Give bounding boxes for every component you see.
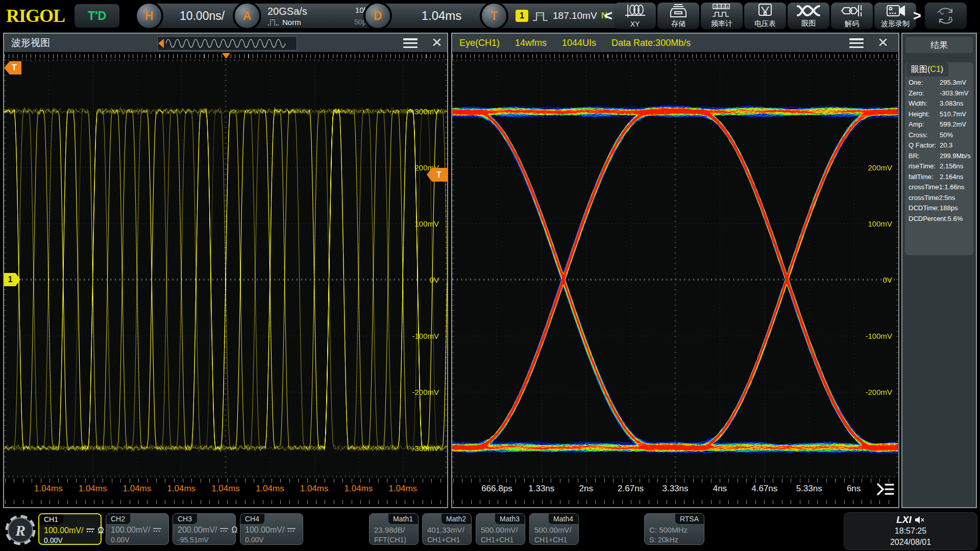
results-tab-eye-c1[interactable]: 眼图(C1) [906, 62, 948, 77]
result-value: 50% [940, 130, 953, 141]
toolbar-button-xy[interactable]: XY [614, 3, 656, 29]
eye-diagram-canvas[interactable] [452, 59, 898, 478]
toolbar-button-label: 解码 [845, 19, 859, 29]
delay-knob[interactable]: D [365, 4, 390, 28]
channel-scale: 200.00mV/ Ω [178, 525, 237, 535]
result-row: crossTime2:5ns [905, 193, 973, 204]
math-box-math2[interactable]: Math2 401.33mV/ CH1+CH1 [422, 513, 472, 545]
trigger-status-button[interactable]: T'D [75, 4, 119, 28]
channel-box-ch4[interactable]: CH4 100.00mV/ 0.00V [240, 513, 303, 545]
voltage-axis-label: 0V [883, 276, 892, 284]
svg-text:1: 1 [714, 5, 717, 9]
result-label: One: [909, 78, 940, 88]
dc-coupling-icon [287, 525, 296, 535]
lxi-logo: LXI [896, 514, 912, 525]
storage-icon [668, 3, 689, 18]
time-axis-label: 4.67ns [751, 484, 777, 494]
autoset-button[interactable] [925, 3, 967, 29]
result-value: 2.164ns [940, 172, 963, 183]
voltage-axis-label: 100mV [868, 219, 892, 228]
system-menu-gear-icon[interactable]: R [3, 512, 38, 548]
math-box-math4[interactable]: Math4 500.00mV/ CH1+CH1 [529, 513, 579, 545]
waveform-grid: T T 1 300mV200mV100mV0V-100mV-200mV-300m… [4, 59, 447, 478]
rtsa-box[interactable]: RTSA C: 500MHz S: 20kHz [644, 513, 704, 545]
math-expression: FFT(CH1) [374, 536, 406, 544]
trigger-position-marker[interactable] [222, 53, 230, 59]
result-row: riseTime:2.156ns [905, 161, 973, 172]
channel-box-ch1[interactable]: CH1 100.00mV/ Ω 0.00V [38, 513, 102, 545]
math-expression: CH1+CH1 [481, 536, 513, 544]
eye-expand-menu-icon[interactable] [875, 482, 895, 499]
waveform-position-preview[interactable] [157, 36, 297, 51]
dc-coupling-icon [219, 525, 229, 535]
horizontal-position-ruler[interactable] [4, 52, 447, 59]
dc-coupling-icon [86, 526, 95, 535]
eye-close-icon[interactable]: × [878, 32, 888, 52]
results-body: 眼图(C1) One:295.3mVZero:-303.9mVWidth:3.0… [905, 62, 973, 255]
math-scale: 401.33mV/ [427, 525, 464, 534]
channel-tab: CH4 [240, 514, 264, 524]
result-label: BR: [909, 151, 940, 162]
toolbar-button-voltmeter[interactable]: 电压表 [744, 3, 786, 29]
top-bar: RIGOL T'D H 10.00ns/ A 20GSa/s 10kpts No… [0, 0, 980, 32]
acquisition-mode: Norm [267, 18, 327, 27]
rtsa-center-freq: C: 500MHz [649, 525, 688, 534]
acquisition-knob[interactable]: A [235, 4, 259, 28]
toolbar-scroll-right[interactable]: > [913, 8, 921, 24]
toolbar-button-eye-diagram[interactable]: 眼图 [788, 3, 829, 29]
math-box-math3[interactable]: Math3 500.00mV/ CH1+CH1 [476, 513, 525, 545]
result-label: DCDPercent: [909, 214, 948, 224]
time-axis-label: 1.04ms [167, 484, 195, 494]
result-row: Amp:599.2mV [905, 119, 973, 130]
eye-diagram-panel: Eye(CH1) 14wfms 1044UIs Data Rate:300Mb/… [451, 33, 899, 508]
channel-box-ch3[interactable]: CH3 200.00mV/ Ω -95.51mV [173, 513, 236, 545]
norm-pulse-icon [267, 18, 280, 26]
time-axis-label: 4ns [713, 484, 727, 494]
xy-icon [624, 4, 646, 19]
result-value: 599.2mV [940, 119, 966, 130]
toolbar-scroll-left[interactable]: < [604, 8, 612, 24]
eye-time-axis: 666.8ps1.33ns2ns2.67ns3.33ns4ns4.67ns5.3… [452, 478, 898, 507]
status-date: 2024/08/01 [890, 537, 931, 548]
time-axis-label: 666.8ps [481, 484, 512, 494]
math-tab: Math1 [388, 514, 418, 524]
eye-menu-icon[interactable] [849, 38, 864, 48]
toolbar-button-freq-counter[interactable]: 1234频率计 [701, 3, 743, 29]
horizontal-scale-button[interactable]: 10.00ns/ [149, 4, 244, 28]
trigger-level-value: 187.10mV [553, 10, 597, 21]
result-row: Width:3.083ns [905, 98, 973, 109]
toolbar-button-decode[interactable]: 解码 [831, 3, 873, 29]
channel-tab: CH3 [173, 514, 197, 524]
trigger-knob[interactable]: T [482, 4, 506, 28]
result-value: 188ps [940, 203, 958, 214]
toolbar-button-waveform-record[interactable]: 波形录制 [874, 3, 916, 29]
waveform-time-axis: 1.04ms1.04ms1.04ms1.04ms1.04ms1.04ms1.04… [4, 478, 447, 507]
waveform-grid-canvas[interactable] [4, 59, 447, 478]
eye-diagram-icon [796, 4, 821, 18]
speaker-muted-icon [915, 516, 925, 524]
waveform-menu-icon[interactable] [403, 38, 418, 48]
delay-button[interactable]: 1.04ms [378, 4, 492, 28]
time-axis-label: 1.04ms [211, 484, 240, 494]
channel-scale: 100.00mV/ Ω [44, 526, 104, 535]
result-label: DCDTime: [909, 203, 940, 214]
toolbar-button-label: 频率计 [711, 19, 732, 29]
channel-box-ch2[interactable]: CH2 100.00mV/ 0.00V [106, 513, 169, 545]
trigger-source-badge: 1 [516, 10, 528, 22]
toolbar-button-storage[interactable]: 存储 [657, 3, 699, 29]
time-axis-label: 1.04ms [256, 484, 284, 494]
impedance-label: Ω [231, 525, 237, 535]
decode-icon [840, 3, 864, 18]
math-box-math1[interactable]: Math1 23.98dB/ FFT(CH1) [369, 513, 419, 545]
eye-data-rate: Data Rate:300Mb/s [611, 38, 691, 48]
channel-tab: CH1 [39, 514, 63, 524]
waveform-close-icon[interactable]: × [432, 32, 442, 52]
svg-text:R: R [15, 522, 26, 539]
voltage-axis-label: -200mV [865, 388, 892, 396]
voltage-axis-label: 300mV [414, 107, 439, 116]
trigger-slope-icon [532, 9, 549, 22]
voltmeter-icon [755, 3, 775, 18]
math-scale: 500.00mV/ [534, 525, 572, 534]
horizontal-knob[interactable]: H [137, 4, 161, 28]
acquisition-button[interactable]: 20GSa/s 10kpts Norm 50ps/pt [247, 4, 383, 28]
